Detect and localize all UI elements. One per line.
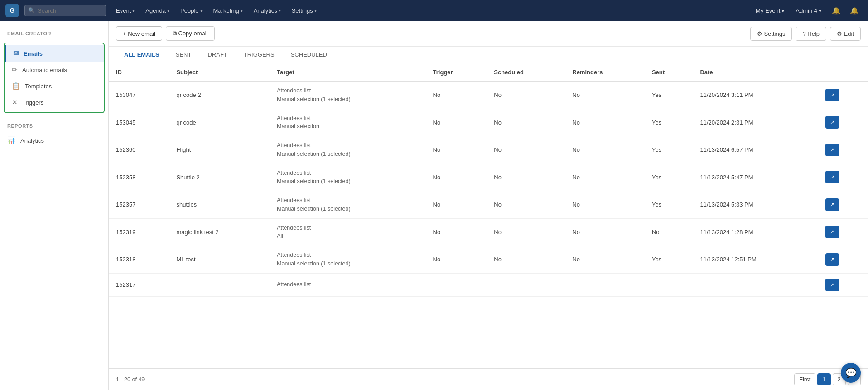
sidebar-item-triggers[interactable]: ✕ Triggers <box>5 94 104 111</box>
sidebar-email-creator-group: ✉ Emails ✏ Automatic emails 📋 Templates … <box>4 43 105 113</box>
cell-trigger: — <box>426 273 487 296</box>
new-email-button[interactable]: + New email <box>116 26 162 41</box>
cell-open: ↗ <box>818 109 868 136</box>
notifications-icon[interactable]: 🔔 <box>828 4 844 17</box>
cell-reminders: No <box>565 109 645 136</box>
toolbar-left: + New email ⧉ Copy email <box>116 26 215 41</box>
email-icon: ✉ <box>13 49 19 58</box>
nav-people[interactable]: People ▾ <box>176 5 207 17</box>
analytics-icon: 📊 <box>7 136 16 144</box>
cell-sent: Yes <box>645 136 693 164</box>
pagination-first[interactable]: First <box>794 373 815 385</box>
nav-right: My Event ▾ Admin 4 ▾ 🔔 🔔 <box>751 4 863 17</box>
settings-button[interactable]: ⚙ Settings <box>750 27 792 41</box>
bell-icon[interactable]: 🔔 <box>846 4 863 17</box>
sidebar-item-emails[interactable]: ✉ Emails <box>5 45 104 62</box>
chevron-down-icon: ▾ <box>167 8 169 13</box>
open-email-button[interactable]: ↗ <box>825 144 839 156</box>
tab-draft[interactable]: DRAFT <box>199 47 235 63</box>
table-row: 152317 Attendees list — — — — ↗ <box>109 273 868 296</box>
cell-trigger: No <box>426 246 487 274</box>
col-target: Target <box>270 63 425 82</box>
cell-target: Attendees listManual selection (1 select… <box>270 82 425 109</box>
chevron-down-icon: ▾ <box>781 7 785 14</box>
cell-date <box>693 273 818 296</box>
chevron-down-icon: ▾ <box>132 8 135 13</box>
copy-email-button[interactable]: ⧉ Copy email <box>166 26 215 41</box>
chat-bubble[interactable]: 💬 <box>841 363 861 383</box>
cell-date: 11/13/2024 5:33 PM <box>693 191 818 219</box>
nav-agenda[interactable]: Agenda ▾ <box>141 5 174 17</box>
cell-sent: Yes <box>645 164 693 191</box>
app-logo: G <box>5 4 19 17</box>
pagination: 1 - 20 of 49 First 1 2 3 <box>109 368 868 390</box>
nav-marketing[interactable]: Marketing ▾ <box>209 5 247 17</box>
cell-id: 152318 <box>109 246 169 274</box>
cell-open: ↗ <box>818 164 868 191</box>
chevron-down-icon: ▾ <box>200 8 203 13</box>
tab-scheduled[interactable]: SCHEDULED <box>283 47 335 63</box>
chevron-down-icon: ▾ <box>279 8 281 13</box>
table-row: 152358 Shuttle 2 Attendees listManual se… <box>109 164 868 191</box>
cell-sent: Yes <box>645 191 693 219</box>
open-email-button[interactable]: ↗ <box>825 116 839 129</box>
cell-date: 11/13/2024 6:57 PM <box>693 136 818 164</box>
cell-sent: Yes <box>645 246 693 274</box>
cell-id: 152360 <box>109 136 169 164</box>
cell-subject: qr code <box>169 109 270 136</box>
tab-all-emails[interactable]: ALL EMAILS <box>116 47 168 63</box>
sidebar-item-templates[interactable]: 📋 Templates <box>5 78 104 94</box>
table-row: 153047 qr code 2 Attendees listManual se… <box>109 82 868 109</box>
cell-open: ↗ <box>818 82 868 109</box>
open-email-button[interactable]: ↗ <box>825 171 839 183</box>
cell-trigger: No <box>426 191 487 219</box>
cell-date: 11/13/2024 12:51 PM <box>693 246 818 274</box>
help-button[interactable]: ? Help <box>796 27 826 41</box>
toolbar: + New email ⧉ Copy email ⚙ Settings ? He… <box>109 21 868 47</box>
cell-subject: Shuttle 2 <box>169 164 270 191</box>
tab-sent[interactable]: SENT <box>168 47 200 63</box>
cell-subject: magic link test 2 <box>169 218 270 246</box>
nav-analytics[interactable]: Analytics ▾ <box>249 5 285 17</box>
cell-date: 11/13/2024 5:47 PM <box>693 164 818 191</box>
open-email-button[interactable]: ↗ <box>825 89 839 101</box>
open-email-button[interactable]: ↗ <box>825 226 839 238</box>
open-email-button[interactable]: ↗ <box>825 253 839 266</box>
cell-open: ↗ <box>818 273 868 296</box>
cell-sent: Yes <box>645 109 693 136</box>
sidebar-item-analytics[interactable]: 📊 Analytics <box>0 132 108 149</box>
emails-table-container: ID Subject Target Trigger Scheduled Remi… <box>109 63 868 368</box>
cell-target: Attendees listManual selection (1 select… <box>270 191 425 219</box>
cell-sent: Yes <box>645 82 693 109</box>
cell-target: Attendees listManual selection (1 select… <box>270 164 425 191</box>
search-input[interactable] <box>24 5 106 16</box>
cell-reminders: — <box>565 273 645 296</box>
col-sent: Sent <box>645 63 693 82</box>
cell-reminders: No <box>565 136 645 164</box>
open-email-button[interactable]: ↗ <box>825 198 839 211</box>
top-navigation: G 🔍 Event ▾ Agenda ▾ People ▾ Marketing … <box>0 0 868 21</box>
cell-subject: shuttles <box>169 191 270 219</box>
col-actions <box>818 63 868 82</box>
chevron-down-icon: ▾ <box>819 7 822 14</box>
admin-button[interactable]: Admin 4 ▾ <box>791 5 826 16</box>
cell-id: 152357 <box>109 191 169 219</box>
chevron-down-icon: ▾ <box>241 8 243 13</box>
sidebar-section-email-creator: EMAIL CREATOR <box>0 28 108 40</box>
cell-trigger: No <box>426 218 487 246</box>
nav-event[interactable]: Event ▾ <box>111 5 139 17</box>
table-row: 152319 magic link test 2 Attendees listA… <box>109 218 868 246</box>
open-email-button[interactable]: ↗ <box>825 279 839 291</box>
my-event-button[interactable]: My Event ▾ <box>751 5 789 16</box>
cell-trigger: No <box>426 109 487 136</box>
nav-settings[interactable]: Settings ▾ <box>287 5 321 17</box>
col-scheduled: Scheduled <box>487 63 565 82</box>
sidebar-item-automatic-emails[interactable]: ✏ Automatic emails <box>5 62 104 78</box>
cell-target: Attendees listAll <box>270 218 425 246</box>
cell-reminders: No <box>565 191 645 219</box>
edit-button[interactable]: ⚙ Edit <box>830 27 861 41</box>
pagination-page-1[interactable]: 1 <box>817 373 830 385</box>
cell-open: ↗ <box>818 191 868 219</box>
tab-triggers[interactable]: TRIGGERS <box>236 47 283 63</box>
cell-trigger: No <box>426 164 487 191</box>
